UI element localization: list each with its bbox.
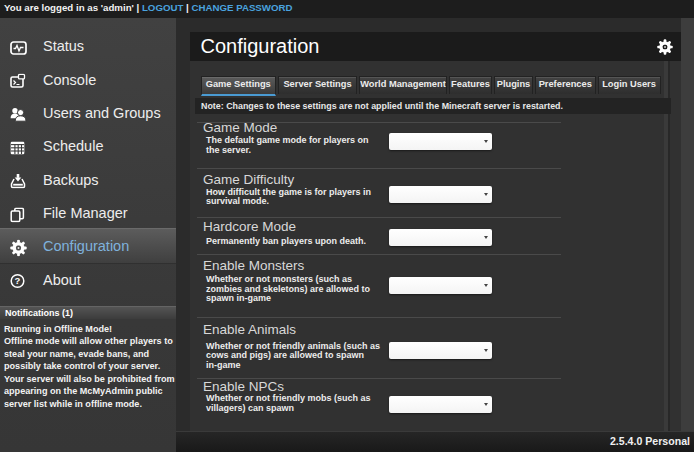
svg-text:?: ? bbox=[15, 276, 21, 287]
